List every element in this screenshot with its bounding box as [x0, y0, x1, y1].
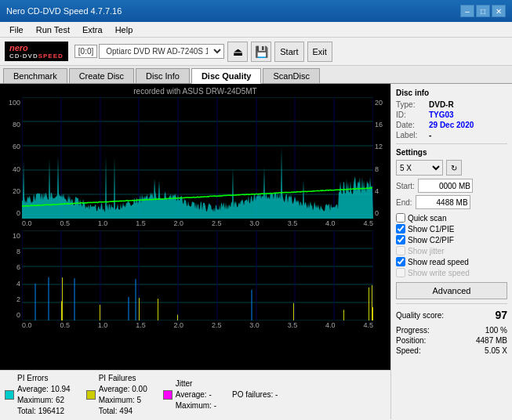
disc-label-value: - [429, 131, 431, 139]
minimize-button[interactable]: – [460, 5, 474, 17]
save-icon[interactable]: 💾 [251, 42, 271, 62]
pi-failures-total: 494 [119, 407, 133, 415]
maximize-button[interactable]: □ [476, 5, 490, 17]
disc-label-row: Label: - [396, 131, 507, 139]
divider-2 [396, 303, 507, 304]
disc-date-value: 29 Dec 2020 [429, 121, 474, 129]
show-write-speed-label: Show write speed [408, 269, 470, 277]
tab-disc-info[interactable]: Disc Info [136, 68, 190, 83]
tabs-bar: Benchmark Create Disc Disc Info Disc Qua… [0, 66, 512, 84]
disc-type-value: DVD-R [429, 100, 454, 109]
end-mb-row: End: [396, 195, 507, 209]
upper-x-axis: 0.00.51.01.52.02.53.03.54.04.5 [22, 219, 373, 227]
quick-scan-checkbox[interactable] [396, 213, 405, 223]
pi-failures-label: PI Failures [99, 373, 147, 384]
quality-score-label: Quality score: [396, 311, 444, 320]
divider-1 [396, 143, 507, 144]
toolbar: nero CD·DVDSPEED [0:0] Optiarc DVD RW AD… [0, 38, 512, 66]
nero-text: nero [9, 43, 28, 52]
lower-chart-canvas [22, 230, 373, 320]
pi-errors-max: 62 [56, 396, 64, 404]
app-title: Nero CD-DVD Speed 4.7.7.16 [6, 6, 122, 16]
speed-value: 5.05 X [485, 346, 507, 355]
disc-date-row: Date: 29 Dec 2020 [396, 121, 507, 129]
nero-logo-line2: CD·DVDSPEED [9, 52, 64, 60]
chart-section: recorded with ASUS DRW-24D5MT 100 80 60 … [0, 84, 390, 419]
lower-chart-wrapper: 10 8 6 4 2 0 [3, 230, 387, 320]
eject-icon[interactable]: ⏏ [227, 42, 248, 62]
show-read-speed-row: Show read speed [396, 257, 507, 266]
jitter-color [163, 390, 172, 400]
progress-row: Progress: 100 % [396, 326, 507, 335]
stats-row: PI Errors Average: 10.94 Maximum: 62 Tot… [0, 370, 390, 419]
disc-info-title: Disc info [396, 89, 507, 97]
po-failures-label: PO failures: [232, 390, 273, 399]
pi-errors-color [5, 390, 14, 400]
show-c2-pif-row: Show C2/PIF [396, 235, 507, 244]
right-panel: Disc info Type: DVD-R ID: TYG03 Date: 29… [390, 84, 512, 419]
speed-select[interactable]: 5 X [396, 160, 443, 176]
tab-create-disc[interactable]: Create Disc [69, 68, 134, 83]
position-row: Position: 4487 MB [396, 336, 507, 345]
advanced-button[interactable]: Advanced [396, 282, 507, 299]
upper-chart-wrapper: 100 80 60 40 20 0 20 16 12 8 4 0 [3, 97, 387, 219]
pi-errors-stat: PI Errors Average: 10.94 Maximum: 62 Tot… [5, 373, 71, 417]
drive-combo[interactable]: Optiarc DVD RW AD-7240S 1.04 [99, 44, 224, 59]
tab-benchmark[interactable]: Benchmark [3, 68, 67, 83]
menu-help[interactable]: Help [109, 24, 140, 36]
tab-disc-quality[interactable]: Disc Quality [191, 68, 262, 84]
title-bar: Nero CD-DVD Speed 4.7.7.16 – □ ✕ [0, 0, 512, 22]
start-mb-row: Start: [396, 179, 507, 193]
upper-chart-canvas [22, 97, 373, 219]
po-failures-stat: PO failures: - [232, 373, 278, 417]
speed-row: 5 X ↻ [396, 160, 507, 176]
position-label: Position: [396, 336, 426, 345]
start-label: Start: [396, 182, 415, 190]
show-c1-pie-checkbox[interactable] [396, 224, 405, 234]
settings-title: Settings [396, 148, 507, 157]
end-label: End: [396, 198, 412, 207]
show-write-speed-row: Show write speed [396, 268, 507, 277]
exit-button[interactable]: Exit [307, 42, 332, 62]
disc-type-row: Type: DVD-R [396, 100, 507, 109]
pi-failures-stat: PI Failures Average: 0.00 Maximum: 5 Tot… [86, 373, 147, 417]
quick-scan-row: Quick scan [396, 213, 507, 223]
pi-errors-total: 196412 [38, 407, 64, 415]
menu-run-test[interactable]: Run Test [30, 24, 76, 36]
disc-label-label: Label: [396, 131, 426, 139]
progress-section: Progress: 100 % Position: 4487 MB Speed:… [396, 326, 507, 355]
upper-y-axis-right: 20 16 12 8 4 0 [373, 97, 387, 219]
pi-failures-color [86, 390, 96, 400]
show-c2-pif-checkbox[interactable] [396, 235, 405, 244]
po-failures-value: - [275, 390, 278, 399]
show-c1-pie-row: Show C1/PIE [396, 224, 507, 234]
menu-file[interactable]: File [3, 24, 30, 36]
disc-id-label: ID: [396, 110, 426, 119]
start-button[interactable]: Start [274, 42, 303, 62]
show-jitter-label: Show jitter [408, 247, 445, 255]
menu-bar: File Run Test Extra Help [0, 22, 512, 38]
pi-failures-avg: 0.00 [132, 385, 147, 393]
quality-score-value: 97 [495, 309, 507, 321]
show-c1-pie-label: Show C1/PIE [408, 225, 454, 234]
disc-date-label: Date: [396, 121, 426, 129]
close-button[interactable]: ✕ [492, 5, 506, 17]
start-mb-input[interactable] [418, 179, 473, 193]
speed-label: Speed: [396, 346, 421, 355]
jitter-stat: Jitter Average: - Maximum: - [163, 373, 216, 417]
upper-y-axis-left: 100 80 60 40 20 0 [3, 97, 22, 219]
pi-errors-label: PI Errors [17, 373, 71, 384]
nero-logo-line1: nero [9, 43, 64, 52]
end-mb-input[interactable] [416, 195, 470, 209]
speed-row-progress: Speed: 5.05 X [396, 346, 507, 355]
tab-scan-disc[interactable]: ScanDisc [263, 68, 319, 83]
pi-errors-details: PI Errors Average: 10.94 Maximum: 62 Tot… [17, 373, 71, 417]
jitter-max: - [214, 401, 216, 410]
quick-scan-label: Quick scan [408, 214, 446, 223]
refresh-button[interactable]: ↻ [446, 160, 462, 176]
show-read-speed-checkbox[interactable] [396, 257, 405, 266]
menu-extra[interactable]: Extra [76, 24, 109, 36]
pi-failures-max: 5 [137, 396, 142, 404]
jitter-avg: - [209, 390, 211, 399]
progress-label: Progress: [396, 326, 430, 335]
